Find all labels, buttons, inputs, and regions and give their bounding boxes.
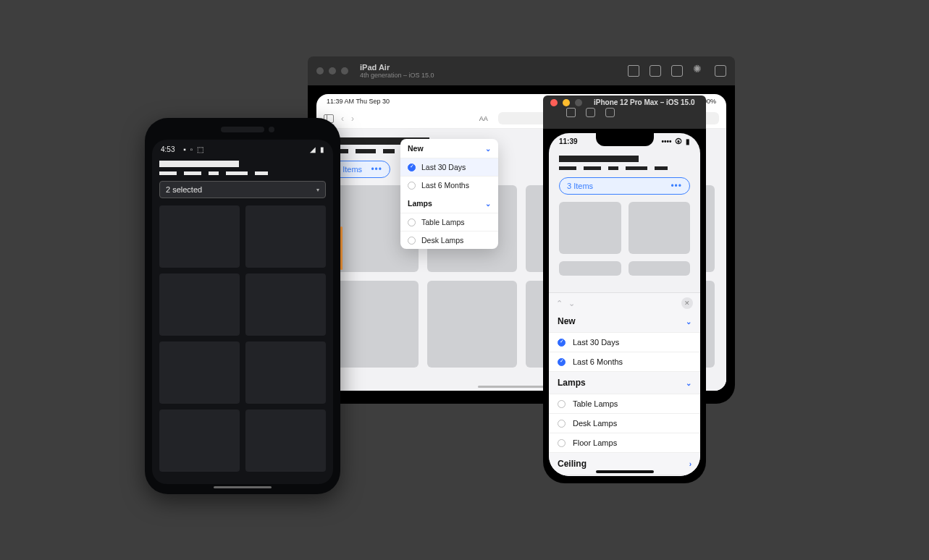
ipad-window-title: iPad Air xyxy=(360,63,434,72)
popover-section-header[interactable]: New ⌄ xyxy=(400,139,498,158)
product-tile[interactable] xyxy=(559,202,621,254)
option-label: Last 6 Months xyxy=(421,181,469,190)
text-size-icon[interactable]: AA xyxy=(479,115,488,122)
option-label: Floor Lamps xyxy=(573,438,617,447)
earpiece xyxy=(221,127,264,132)
lock-icon: ▪ xyxy=(183,145,186,153)
section-title: New xyxy=(408,144,424,153)
product-tile[interactable] xyxy=(559,261,621,276)
appearance-icon[interactable] xyxy=(693,65,705,77)
forward-icon[interactable]: › xyxy=(351,114,354,124)
home-icon[interactable] xyxy=(566,108,576,117)
home-indicator[interactable] xyxy=(596,470,654,473)
product-tile[interactable] xyxy=(245,341,326,404)
maximize-dot-icon[interactable] xyxy=(341,67,348,75)
filter-pill-label: 3 Items xyxy=(567,182,593,190)
iphone-titlebar[interactable]: iPhone 12 Pro Max – iOS 15.0 xyxy=(543,96,706,129)
filter-option[interactable]: Last 30 Days xyxy=(400,158,498,176)
share-icon[interactable] xyxy=(605,108,615,117)
filter-option[interactable]: Last 30 Days xyxy=(549,332,700,352)
product-tile[interactable] xyxy=(159,273,240,336)
filter-option[interactable]: Last 6 Months xyxy=(400,176,498,194)
product-tile[interactable] xyxy=(159,410,240,472)
window-traffic-lights[interactable] xyxy=(316,67,348,75)
option-label: Last 6 Months xyxy=(573,357,623,366)
radio-icon xyxy=(558,439,566,447)
more-icon[interactable]: ••• xyxy=(671,181,682,191)
option-label: Last 30 Days xyxy=(421,163,466,171)
notch xyxy=(596,133,654,146)
close-dot-icon[interactable] xyxy=(550,99,558,106)
filter-sheet: ⌃ ⌄ ✕ New ⌄ Last 30 Days Last 6 Months xyxy=(549,292,700,476)
chevron-down-icon: ⌄ xyxy=(485,145,491,153)
ipad-titlebar[interactable]: iPad Air 4th generation – iOS 15.0 xyxy=(308,56,735,85)
product-grid xyxy=(159,205,326,472)
filter-option[interactable]: Desk Lamps xyxy=(400,231,498,249)
menu-skeleton xyxy=(159,171,326,175)
signal-icon: •••• xyxy=(661,137,671,145)
window-traffic-lights[interactable] xyxy=(550,99,582,106)
chevron-down-icon: ⌄ xyxy=(686,318,692,326)
section-title: New xyxy=(558,316,576,326)
select-dropdown[interactable]: 2 selected ▾ xyxy=(159,181,326,198)
status-time: 11:39 xyxy=(559,137,578,145)
status-time: 4:53 xyxy=(161,145,175,153)
minimize-dot-icon[interactable] xyxy=(563,99,570,106)
chevron-down-icon[interactable]: ⌄ xyxy=(568,299,575,308)
sheet-section-header[interactable]: By Room ⌄ xyxy=(549,475,700,476)
status-icon: ⬚ xyxy=(197,145,203,153)
radio-icon xyxy=(408,219,416,226)
maximize-dot-icon[interactable] xyxy=(575,99,582,106)
filter-option[interactable]: Table Lamps xyxy=(549,394,700,414)
minimize-dot-icon[interactable] xyxy=(329,67,336,75)
android-frame: 4:53 ▪ ▫ ⬚ ◢ ▮ 2 selected ▾ xyxy=(145,118,340,494)
filter-option[interactable]: Desk Lamps xyxy=(549,414,700,433)
chevron-down-icon: ⌄ xyxy=(485,200,491,208)
product-tile[interactable] xyxy=(629,202,691,254)
product-tile[interactable] xyxy=(159,205,240,268)
product-tile[interactable] xyxy=(245,273,326,336)
share-icon[interactable] xyxy=(671,65,683,77)
option-label: Last 30 Days xyxy=(573,338,619,347)
home-icon[interactable] xyxy=(628,65,639,77)
status-icon: ▫ xyxy=(190,145,193,153)
product-tile[interactable] xyxy=(159,341,240,404)
product-tile[interactable] xyxy=(328,281,419,368)
page-title-skeleton xyxy=(159,161,239,167)
popover-section-header[interactable]: Lamps ⌄ xyxy=(400,194,498,213)
filter-option[interactable]: Last 6 Months xyxy=(549,352,700,372)
filter-pill[interactable]: 3 Items ••• xyxy=(559,177,690,195)
chevron-up-icon[interactable]: ⌃ xyxy=(556,299,563,308)
product-tile[interactable] xyxy=(245,205,326,268)
close-dot-icon[interactable] xyxy=(316,67,324,75)
product-tile[interactable] xyxy=(427,281,518,368)
product-tile[interactable] xyxy=(245,410,326,472)
filter-popover: New ⌄ Last 30 Days Last 6 Months Lamps ⌄ xyxy=(400,139,498,249)
section-title: Ceiling xyxy=(558,459,587,469)
radio-checked-icon xyxy=(558,358,566,366)
radio-checked-icon xyxy=(558,339,566,347)
filter-option[interactable]: Floor Lamps xyxy=(549,433,700,453)
screenshot-icon[interactable] xyxy=(650,65,661,77)
power-button[interactable] xyxy=(340,226,342,270)
select-label: 2 selected xyxy=(166,185,202,194)
sheet-section-header[interactable]: New ⌄ xyxy=(549,310,700,332)
sheet-section-header[interactable]: Lamps ⌄ xyxy=(549,372,700,394)
close-icon[interactable]: ✕ xyxy=(681,297,693,309)
keyboard-icon[interactable] xyxy=(715,65,726,77)
chevron-down-icon: ⌄ xyxy=(686,379,692,387)
screenshot-icon[interactable] xyxy=(586,108,595,117)
android-status-bar: 4:53 ▪ ▫ ⬚ ◢ ▮ xyxy=(152,140,333,156)
ipad-window-subtitle: 4th generation – iOS 15.0 xyxy=(360,72,434,79)
android-page-content: 2 selected ▾ xyxy=(152,161,333,472)
iphone-bezel: 11:39 •••• ⦿ ▮ 3 Items ••• xyxy=(543,129,706,483)
filter-option[interactable]: Table Lamps xyxy=(400,213,498,231)
back-icon[interactable]: ‹ xyxy=(341,114,344,124)
radio-icon xyxy=(558,420,566,428)
product-grid xyxy=(559,202,690,276)
ipad-status-time: 11:39 AM xyxy=(327,98,354,105)
option-label: Table Lamps xyxy=(573,399,618,408)
more-icon[interactable]: ••• xyxy=(371,164,382,174)
iphone-window-title: iPhone 12 Pro Max – iOS 15.0 xyxy=(594,98,695,106)
product-tile[interactable] xyxy=(629,261,691,276)
